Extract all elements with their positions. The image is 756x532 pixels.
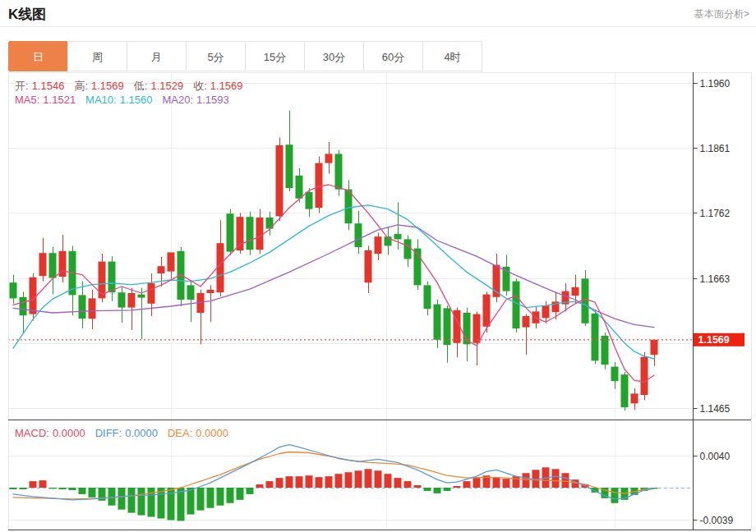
legend-value: 1.1529 (150, 80, 183, 92)
candle (651, 340, 658, 355)
candle (148, 283, 155, 304)
legend-label: MA20: (162, 94, 193, 106)
macd-bar (345, 472, 353, 488)
macd-bar (59, 488, 67, 489)
macd-bar (79, 488, 86, 494)
macd-axis-label: -0.0039 (700, 515, 734, 526)
candle (325, 154, 333, 163)
macd-histogram (10, 467, 658, 521)
ohlc-legend: 开:1.1546高:1.1569低:1.1529收:1.1569 (15, 79, 253, 94)
candle (30, 277, 37, 314)
y-axis-label: 1.1861 (700, 143, 731, 154)
candle (10, 282, 17, 298)
macd-bar (256, 484, 264, 488)
candle (572, 287, 579, 296)
legend-value: 1.1569 (91, 80, 124, 92)
macd-bar (207, 488, 214, 508)
candle (256, 218, 264, 250)
macd-bar (266, 481, 274, 488)
candle (316, 163, 323, 208)
legend-value: 0.0000 (196, 427, 228, 439)
candle (89, 298, 96, 319)
candle (335, 154, 343, 189)
candle (483, 295, 491, 327)
candle (118, 292, 126, 307)
y-axis-label: 1.1960 (700, 78, 731, 89)
candle (276, 145, 284, 216)
candle (611, 367, 619, 382)
macd-bar (385, 474, 392, 488)
macd-bar (118, 488, 126, 510)
macd-bar (463, 481, 471, 488)
macd-axis-label: 0.0040 (700, 451, 731, 462)
kline-chart[interactable]: 1.19601.18611.17621.16631.14650.0040-0.0… (0, 0, 756, 532)
legend-value: 1.1560 (120, 94, 153, 106)
candle (424, 285, 431, 309)
candle (365, 250, 372, 282)
macd-bar (138, 488, 145, 516)
macd-bar (69, 488, 76, 490)
legend-value: 1.1521 (43, 94, 76, 106)
y-axis-label: 1.1465 (700, 403, 731, 415)
legend-label: DIFF: (95, 427, 122, 439)
macd-bar (473, 478, 481, 488)
candle (345, 190, 353, 224)
macd-bar (197, 488, 205, 511)
candle (631, 393, 638, 403)
macd-bar (552, 469, 560, 488)
vertical-gridlines (172, 73, 615, 529)
candle (79, 295, 86, 319)
candle (108, 262, 116, 293)
macd-bar (39, 480, 47, 488)
candle (286, 144, 293, 188)
macd-bar (276, 478, 284, 488)
macd-bar (335, 474, 343, 488)
macd-bar (10, 488, 17, 489)
macd-bar (306, 475, 313, 488)
macd-bar (89, 488, 96, 498)
candle (247, 217, 254, 250)
candle (404, 239, 412, 259)
macd-bar (454, 486, 461, 488)
legend-label: MA5: (15, 94, 39, 106)
candle (20, 297, 27, 315)
macd-bar (128, 488, 136, 513)
candle (168, 252, 175, 271)
y-axis-label: 1.1762 (700, 208, 731, 219)
macd-bar (424, 488, 431, 491)
candle (513, 282, 520, 329)
macd-bar (296, 476, 303, 488)
macd-bar (316, 477, 323, 488)
last-price-text: 1.1569 (698, 334, 730, 346)
macd-bar (30, 481, 37, 488)
legend-value: 1.1546 (32, 80, 65, 92)
macd-bar (187, 488, 195, 515)
macd-bar (365, 469, 372, 488)
macd-bar (49, 488, 57, 488)
candle (355, 223, 362, 247)
macd-bar (611, 488, 619, 503)
candle (434, 305, 441, 340)
legend-label: 开: (15, 80, 29, 92)
macd-bar (434, 488, 441, 493)
candle (158, 266, 165, 273)
candle (237, 217, 244, 250)
macd-bar (444, 488, 451, 491)
macd-bar (404, 481, 412, 488)
legend-value: 1.1569 (210, 80, 243, 92)
legend-label: 收: (193, 80, 207, 92)
candle (523, 316, 530, 328)
macd-bar (108, 488, 116, 506)
candle (138, 295, 145, 298)
ma-legend: MA5:1.1521MA10:1.1560MA20:1.1593 (15, 94, 239, 106)
macd-bar (493, 477, 500, 488)
legend-label: DEA: (168, 427, 192, 439)
macd-bar (237, 488, 244, 500)
legend-label: 低: (134, 80, 148, 92)
macd-bar (503, 479, 510, 488)
legend-label: MACD: (15, 427, 49, 439)
candle (306, 192, 313, 209)
candle (39, 253, 47, 276)
candle (375, 236, 382, 254)
candle (128, 293, 136, 308)
